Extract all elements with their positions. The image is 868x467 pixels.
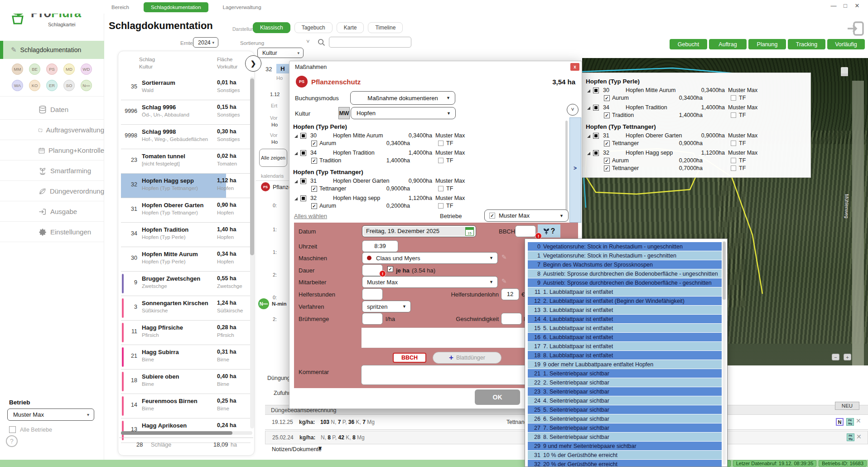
bbch-option[interactable]: 23 3. Seitentriebpaar sichtbar — [528, 387, 722, 396]
maximize-icon[interactable]: □ — [841, 2, 850, 9]
field-row[interactable]: 18 Subiere oben Birne 0,40 ha Birne — [121, 370, 251, 394]
tree-field-row[interactable]: 32 Hopfen Hagg sepp 1,1200ha Muster Max — [586, 149, 808, 157]
help-icon[interactable]: ? — [6, 435, 18, 447]
sidebar-item-smartfarming[interactable]: Smartfarming — [0, 161, 104, 181]
variety-checkbox[interactable]: ✓ — [604, 158, 610, 164]
neu-button[interactable]: NEU — [835, 402, 859, 410]
alles-waehlen-link[interactable]: Alles wählen — [294, 213, 327, 219]
field-checkbox[interactable] — [593, 105, 599, 111]
status-filter-button[interactable]: Auftrag — [709, 39, 747, 49]
field-checkbox[interactable] — [300, 150, 306, 156]
remove-icon[interactable]: ✕ — [856, 417, 861, 424]
bbch-option[interactable]: 31 10 % der Gerüsthöhe erreicht — [528, 451, 722, 459]
verfahren-select[interactable]: spritzen ▼ — [362, 301, 411, 312]
variety-checkbox[interactable]: ✓ — [311, 203, 317, 209]
status-filter-button[interactable]: Vorläufig — [827, 39, 865, 49]
remove-icon[interactable]: ✕ — [856, 433, 862, 440]
maschinen-select[interactable]: Claas und Myers ▼ — [362, 252, 498, 264]
je-ha-checkbox[interactable]: ✓ — [387, 266, 393, 272]
bbch-option[interactable]: 0 Vegetationsruhe: Stock in Ruhestadium … — [528, 242, 722, 251]
tree-field-row[interactable]: 32 Hopfen Hagg sepp 1,1200ha Muster Max — [293, 195, 565, 202]
tf-checkbox[interactable] — [731, 158, 736, 163]
tf-checkbox[interactable] — [731, 112, 736, 118]
vertical-scrollbar-thumb[interactable] — [250, 78, 254, 255]
measure-badge[interactable]: WA — [12, 80, 23, 91]
tree-variety-row[interactable]: ✓ Aurum 0,3400ha TF — [586, 94, 808, 102]
tree-field-row[interactable]: 31 Hopfen Oberer Garten 0,9000ha Muster … — [293, 177, 565, 185]
helferstunden-input[interactable] — [362, 288, 383, 300]
zoom-in-button[interactable]: + — [844, 354, 851, 360]
app-tab[interactable]: Bereich — [104, 2, 136, 12]
field-row[interactable]: 34 Hopfen Tradition Hopfen (Typ Perle) 1… — [121, 223, 251, 247]
tree-variety-row[interactable]: ✓ Aurum 0,2000ha TF — [293, 202, 565, 210]
field-row[interactable]: 3 Sonnengarten Kirschen Süßkirsche 1,24 … — [121, 296, 251, 321]
sortierung-select[interactable]: Kultur▾ — [257, 48, 304, 58]
variety-checkbox[interactable]: ✓ — [311, 158, 317, 164]
helferstundenlohn-input[interactable]: 12 — [501, 288, 519, 300]
field-checkbox[interactable] — [593, 88, 599, 93]
field-row[interactable]: 21 Hagg Subirra Birne 0,31 ha Birne — [121, 345, 251, 370]
expander-icon[interactable] — [587, 135, 590, 138]
tree-variety-row[interactable]: ✓ Aurum 0,3400ha TF — [293, 140, 565, 147]
expander-icon[interactable] — [294, 135, 298, 138]
bbch-scrollbar-thumb[interactable] — [723, 242, 726, 300]
variety-checkbox[interactable]: ✓ — [604, 165, 610, 171]
bbch-option[interactable]: 22 2. Seitentriebpaar sichtbar — [528, 378, 722, 387]
uhrzeit-input[interactable]: 8:39 — [362, 240, 398, 252]
field-row[interactable]: 9996 Schlag 9996 Öd-, Un-, Abbauland 0,1… — [121, 100, 251, 125]
field-row[interactable]: 35 Sortierraum Wald 0,01 ha Sonstiges — [121, 76, 251, 100]
datum-input[interactable]: Freitag, 19. Dezember 2025 15 — [362, 225, 476, 237]
app-tab[interactable]: Schlagdokumentation — [144, 2, 208, 12]
tree-variety-row[interactable]: ✓ Tettnanger 0,9000ha TF — [586, 140, 808, 147]
field-checkbox[interactable] — [300, 178, 306, 184]
chevron-down-icon[interactable]: ▼ — [317, 445, 323, 452]
tree-variety-row[interactable]: ✓ Tettnanger 0,7000ha TF — [586, 165, 808, 172]
ok-button[interactable]: OK — [475, 389, 520, 405]
tree-scrollbar[interactable] — [565, 121, 568, 215]
field-row[interactable]: 14 Feurenmoos Birnen Birne 0,25 ha Birne — [121, 394, 251, 418]
bbch-option[interactable]: 7 Beginn des Wachstums der Sprossknospen — [528, 260, 722, 269]
expander-icon[interactable] — [587, 89, 590, 92]
sidebar-item-ausgabe[interactable]: Ausgabe — [0, 202, 104, 222]
view-tab[interactable]: Klassisch — [253, 22, 290, 33]
measure-badge[interactable]: MM — [12, 63, 23, 75]
view-tab[interactable]: Karte — [337, 22, 364, 33]
measure-badge[interactable]: PS — [46, 63, 58, 75]
measure-badge[interactable]: SO — [63, 80, 75, 91]
status-filter-button[interactable]: Tracking — [788, 39, 825, 49]
tf-checkbox[interactable] — [438, 141, 444, 146]
tree-variety-row[interactable]: ✓ Aurum 0,2000ha TF — [586, 157, 808, 165]
sidebar-item-schlagdokumentation[interactable]: ✎ Schlagdokumentation — [0, 41, 104, 59]
field-checkbox[interactable] — [300, 133, 306, 139]
blattduenger-button[interactable]: + Blattdünger — [433, 352, 502, 364]
tree-field-row[interactable]: 34 Hopfen Tradition 1,4000ha Muster Max — [293, 149, 565, 157]
field-row[interactable]: 9998 Schlag 9998 Hof-, Weg-, Gebäudefläc… — [121, 125, 251, 149]
bruehmenge-input[interactable] — [362, 313, 383, 325]
tree-variety-row[interactable]: ✓ Tradition 1,4000ha TF — [586, 112, 808, 119]
expander-icon[interactable] — [294, 180, 298, 183]
sidebar-item-planung-kontrolle[interactable]: Planung+Kontrolle — [0, 141, 104, 161]
betriebe-checkbox[interactable]: ✓ — [489, 213, 495, 219]
status-filter-button[interactable]: Planung — [748, 39, 786, 49]
measure-badge[interactable]: WD — [81, 63, 92, 75]
variety-checkbox[interactable]: ✓ — [604, 95, 610, 101]
view-tab[interactable]: Tagebuch — [294, 22, 333, 33]
collapse-list-button[interactable]: ❯ — [245, 55, 261, 72]
horizontal-scrollbar-thumb[interactable] — [121, 431, 232, 435]
tree-field-row[interactable]: 30 Hopfen Mitte Aurum 0,3400ha Muster Ma… — [586, 87, 808, 94]
bbch-option[interactable]: 13 3. Laubblattpaar ist entfaltet — [528, 306, 722, 314]
status-filter-button[interactable]: Gebucht — [670, 39, 707, 49]
tf-checkbox[interactable] — [731, 95, 736, 101]
field-row[interactable]: 11 Hagg Pfirsiche Pfirsich 0,28 ha Pfirs… — [121, 321, 251, 345]
bbch-option[interactable]: 18 8. Laubblattpaar ist entfaltet — [528, 351, 722, 360]
expander-icon[interactable] — [587, 152, 590, 155]
bbch-option[interactable]: 29 9 und mehr Seitentriebpaare sichtbar — [528, 442, 722, 450]
map-layers-icon[interactable] — [841, 67, 848, 76]
tree-field-row[interactable]: 34 Hopfen Tradition 1,4000ha Muster Max — [586, 104, 808, 112]
mw-button[interactable]: MW — [338, 107, 350, 119]
bbch-option[interactable]: 14 4. Laubblattpaar ist entfaltet — [528, 315, 722, 323]
bbch-option[interactable]: 21 1. Seitentriebpaar sichtbar — [528, 369, 722, 378]
field-row[interactable]: 32 Hopfen Hagg sepp Hopfen (Typ Tettnang… — [121, 174, 251, 198]
collapse-section-button[interactable]: ˅ — [567, 104, 579, 116]
field-row[interactable]: 9 Brugger Zwetschgen Zwetschge 0,55 ha Z… — [121, 272, 251, 296]
